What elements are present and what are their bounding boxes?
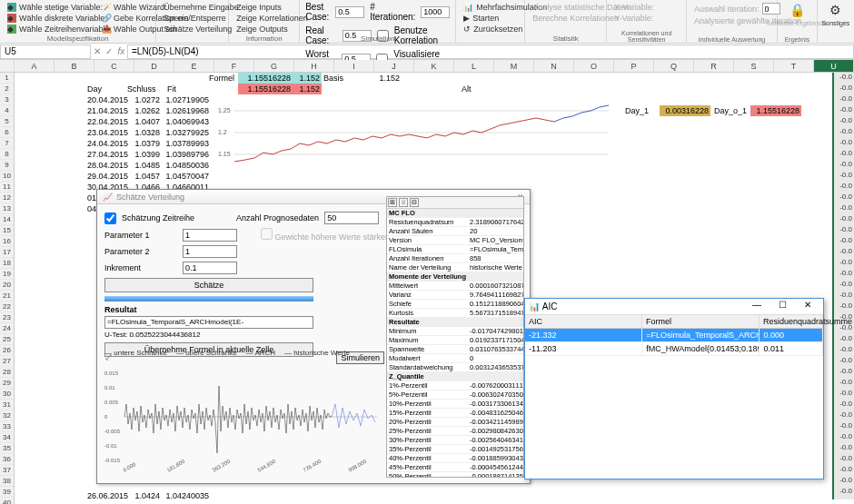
close-btn[interactable]: ✕ [796,300,819,314]
row-header[interactable]: 33 [0,421,14,432]
row-header[interactable]: 10 [0,171,14,182]
row-header[interactable]: 11 [0,182,14,193]
data-cell[interactable]: 21.04.2015 [85,105,129,116]
col-header[interactable]: D [134,60,174,72]
show-korr[interactable]: Zeige Korrelationen [234,13,293,24]
u-cell[interactable]: -0.0 [834,214,854,225]
row-header[interactable]: 40 [0,498,14,504]
sperre[interactable]: Sperre/Entsperre [162,13,223,24]
row-header[interactable]: 1 [0,73,14,84]
col-header[interactable]: P [614,60,654,72]
p2-input[interactable] [183,245,237,258]
row-header[interactable]: 5 [0,116,14,127]
u-cell[interactable]: -0.0 [834,356,854,367]
row-header[interactable]: 22 [0,301,14,312]
row-header[interactable]: 15 [0,225,14,236]
data-cell[interactable]: 1.0399 [125,149,162,160]
schaetze[interactable]: Schätze Verteilung [162,24,223,35]
u-cell[interactable]: -0.0 [834,443,854,454]
row-header[interactable]: 37 [0,465,14,476]
col-header[interactable]: K [414,60,454,72]
row-header[interactable]: 24 [0,323,14,334]
row-header[interactable]: 28 [0,367,14,378]
u-cell[interactable]: -0.0 [834,487,854,498]
data-cell[interactable]: 1.03279925 [158,127,211,138]
data-cell[interactable]: 1.0424 [125,490,162,501]
row-header[interactable]: 12 [0,193,14,203]
ink-input[interactable] [183,262,237,274]
row-header[interactable]: 26 [0,345,14,356]
aic-row[interactable]: -21.332=FLOsimula_TemporalS_ARCHmodel(1E… [525,329,823,342]
u-cell[interactable]: -0.0 [834,193,854,203]
col-header[interactable]: L [454,60,494,72]
u-cell[interactable]: -0.0 [834,247,854,258]
u-cell[interactable]: -0.0 [834,280,854,291]
row-header[interactable]: 13 [0,203,14,214]
data-cell[interactable]: 1.04240035 [158,490,211,501]
u-cell[interactable]: -0.0 [834,171,854,182]
cancel-icon[interactable]: ✕ [94,46,101,56]
u-cell[interactable]: -0.0 [834,138,854,149]
u-cell[interactable]: -0.0 [834,345,854,356]
row-header[interactable]: 35 [0,443,14,454]
row-header[interactable]: 3 [0,94,14,105]
row-header[interactable]: 27 [0,356,14,367]
col-header[interactable]: U [814,60,854,72]
u-cell[interactable]: -0.0 [834,378,854,389]
formula-input[interactable] [127,44,854,59]
u-cell[interactable]: -0.0 [834,182,854,193]
data-cell[interactable]: 24.04.2015 [85,138,129,149]
fx-icon[interactable]: fx [118,46,125,56]
row-header[interactable]: 20 [0,280,14,291]
data-cell[interactable]: 1.04069943 [158,116,211,127]
row-header[interactable]: 2 [0,84,14,94]
best-input[interactable] [335,6,364,18]
stats-btn2[interactable]: ⁝⁝ [399,198,408,207]
iter-input[interactable] [421,6,450,18]
col-header[interactable]: T [774,60,814,72]
u-cell[interactable]: -0.0 [834,334,854,345]
data-cell[interactable]: 1.03989796 [158,149,211,160]
u-cell[interactable]: -0.0 [834,269,854,280]
col-header[interactable]: H [294,60,334,72]
u-cell[interactable]: -0.0 [834,203,854,214]
sonstiges[interactable]: ⚙Sonstiges [823,2,849,27]
row-header[interactable]: 39 [0,487,14,498]
u-cell[interactable]: -0.0 [834,225,854,236]
row-header[interactable]: 21 [0,291,14,301]
col-header[interactable]: B [55,60,94,72]
u-cell[interactable]: -0.0 [834,454,854,465]
u-cell[interactable]: -0.0 [834,105,854,116]
row-header[interactable]: 25 [0,334,14,345]
result-text[interactable]: =FLOsimula_TemporalS_ARCHmodel(1E-05;0.4… [104,316,313,329]
min-btn[interactable]: — [745,300,769,314]
data-cell[interactable]: 1.0379 [125,138,162,149]
data-cell[interactable]: 1.0407 [125,116,162,127]
data-cell[interactable]: 1.0485 [125,160,162,171]
row-header[interactable]: 14 [0,214,14,225]
col-header[interactable]: Q [654,60,694,72]
u-cell[interactable]: -0.0 [834,116,854,127]
data-cell[interactable]: 28.04.2015 [85,160,129,171]
data-cell[interactable]: 1.02619968 [158,105,211,116]
row-header[interactable]: 38 [0,476,14,487]
row-header[interactable]: 16 [0,236,14,247]
data-cell[interactable]: 1.0272 [125,94,162,105]
data-cell[interactable]: 1.0262 [125,105,162,116]
u-cell[interactable]: -0.0 [834,84,854,94]
data-cell[interactable]: 27.04.2015 [85,149,129,160]
col-header[interactable]: E [174,60,214,72]
col-header[interactable]: J [374,60,414,72]
data-cell[interactable]: 1.0457 [125,171,162,182]
row-header[interactable]: 18 [0,258,14,269]
row-header[interactable]: 36 [0,454,14,465]
uebern[interactable]: Übernehme Eingabe [162,2,223,13]
data-cell[interactable]: 1.0328 [125,127,162,138]
starten[interactable]: ▶Starten [462,13,519,24]
data-cell[interactable]: 1.03789993 [158,138,211,149]
u-cell[interactable]: -0.0 [834,236,854,247]
stats-btn3[interactable]: ⊟ [410,198,419,207]
col-header[interactable]: A [15,60,55,72]
u-cell[interactable]: -0.0 [834,291,854,301]
data-cell[interactable]: 1.04850036 [158,160,211,171]
